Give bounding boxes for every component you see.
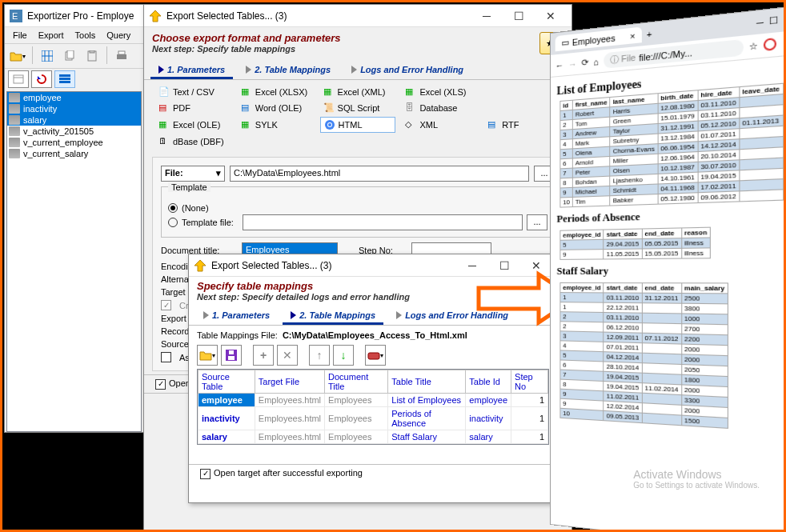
new-tab-button[interactable]: + (647, 29, 652, 39)
close-button[interactable]: ✕ (520, 254, 552, 277)
menu-icon[interactable]: ⋮ (782, 37, 786, 50)
radio-none[interactable]: (None) (168, 203, 547, 213)
home-icon[interactable]: ⌂ (593, 57, 599, 67)
open-target-check[interactable] (155, 379, 166, 390)
svg-rect-12 (14, 75, 23, 83)
tab-mappings[interactable]: 2. Table Mappings (238, 62, 339, 79)
fmt-sql[interactable]: 📜SQL Script (320, 101, 396, 115)
tree-item-v-activity[interactable]: v_activity_201505 (7, 126, 141, 137)
chevron-down-icon[interactable]: ▾ (216, 168, 221, 179)
excel-icon: ▦ (405, 86, 416, 98)
database-icon: 🗄 (405, 102, 416, 114)
open-target-check[interactable] (200, 469, 211, 479)
tree-item-salary[interactable]: salary (7, 114, 141, 126)
h2-absence: Periods of Absence (557, 206, 786, 226)
tab-logs[interactable]: Logs and Error Handling (343, 62, 471, 79)
extension-icon[interactable] (764, 38, 776, 53)
fmt-word[interactable]: ▤Word (OLE) (238, 101, 314, 115)
dialog2-titlebar[interactable]: Export Selected Tables... (3) ─ ☐ ✕ (189, 254, 557, 277)
radio-template-file[interactable]: Template file:... (168, 214, 547, 230)
copy-button[interactable] (60, 46, 79, 66)
minimize-button[interactable]: ─ (756, 17, 764, 28)
table-tree[interactable]: employee inactivity salary v_activity_20… (6, 91, 142, 432)
close-button[interactable]: ✕ (535, 5, 567, 27)
svg-rect-15 (59, 78, 70, 80)
open-folder-button[interactable]: ▾ (8, 46, 27, 66)
main-toolbar: ▾ (5, 43, 143, 69)
browse-template-button[interactable]: ... (527, 214, 547, 230)
move-down-button[interactable]: ↓ (333, 345, 354, 366)
reload-icon[interactable]: ⟳ (582, 57, 589, 68)
maximize-button[interactable]: ☐ (503, 5, 535, 27)
fmt-rtf[interactable]: ▤RTF (484, 117, 560, 133)
tree-item-inactivity[interactable]: inactivity (7, 103, 141, 114)
file-input[interactable]: C:\MyData\Employees.html (230, 166, 529, 182)
menu-tools[interactable]: Tools (70, 29, 101, 42)
tab-logs[interactable]: Logs and Error Handling (388, 308, 516, 325)
maximize-button[interactable]: ☐ (769, 14, 779, 27)
sql-icon: 📜 (323, 102, 335, 114)
menu-export[interactable]: Export (34, 29, 69, 42)
menu-query[interactable]: Query (102, 29, 135, 42)
forward-icon[interactable]: → (568, 58, 577, 69)
dialog1-titlebar[interactable]: Export Selected Tables... (3) ─ ☐ ✕ (144, 5, 571, 27)
fmt-sylk[interactable]: ▦SYLK (238, 117, 314, 133)
calendar-icon: 🗓 (158, 136, 170, 147)
save-mapping-button[interactable] (221, 345, 242, 366)
tab-parameters[interactable]: 1. Parameters (195, 308, 278, 325)
minimize-button[interactable]: ─ (456, 254, 488, 277)
add-row-button[interactable]: + (253, 345, 274, 366)
map-file-value: C:\MyData\Employees_Access_To_Html.xml (283, 330, 467, 340)
fmt-html[interactable]: HTML (320, 117, 396, 133)
table-icon (9, 149, 20, 158)
fmt-excelxml[interactable]: ▦Excel (XML) (320, 85, 396, 99)
dialog1-tabbar: 1. Parameters 2. Table Mappings Logs and… (144, 59, 571, 79)
fmt-db[interactable]: 🗄Database (402, 101, 478, 115)
close-tab-icon[interactable]: × (630, 30, 636, 41)
table-row[interactable]: employee Employees.html Employees List o… (199, 394, 548, 407)
fmt-xls[interactable]: ▦Excel (XLS) (402, 85, 478, 99)
open-mapping-button[interactable]: ▾ (197, 345, 218, 366)
arrow-icon (351, 66, 357, 74)
tab-parameters[interactable]: 1. Parameters (150, 62, 233, 79)
format-bar: 📄Text / CSV ▦Excel (XLSX) ▦Excel (XML) ▦… (144, 80, 571, 154)
star-icon[interactable]: ☆ (749, 40, 758, 52)
tree-mode-1[interactable] (8, 70, 29, 88)
target-button[interactable]: ▾ (365, 345, 386, 366)
table-row[interactable]: salary Employees.html Employees Staff Sa… (199, 430, 548, 444)
table-icon (9, 138, 20, 147)
move-up-button[interactable]: ↑ (309, 345, 330, 366)
fmt-pdf[interactable]: ▤PDF (155, 101, 231, 115)
svg-marker-17 (150, 10, 161, 22)
fmt-excelole[interactable]: ▦Excel (OLE) (155, 117, 231, 133)
maximize-button[interactable]: ☐ (488, 254, 520, 277)
table-row[interactable]: inactivity Employees.html Employees Peri… (199, 407, 548, 430)
fmt-dbf[interactable]: 🗓dBase (DBF) (155, 134, 231, 149)
main-titlebar[interactable]: E Exportizer Pro - Employe (5, 5, 143, 27)
tree-mode-3[interactable] (54, 70, 75, 88)
table-icon (9, 126, 20, 136)
back-icon[interactable]: ← (555, 60, 564, 70)
map-file-label: Table Mappings File: (197, 330, 278, 340)
grid-button[interactable] (38, 46, 57, 66)
dialog1-title: Export Selected Tables... (3) (166, 10, 471, 22)
fmt-text[interactable]: 📄Text / CSV (155, 85, 231, 99)
tree-item-employee[interactable]: employee (7, 92, 141, 103)
dialog2-title: Export Selected Tables... (3) (211, 260, 456, 271)
tree-item-v-cur-sal[interactable]: v_current_salary (7, 148, 141, 159)
table-icon (9, 93, 20, 102)
xml-icon: ◇ (405, 119, 416, 130)
employees-table: idfirst_namelast_namebirth_datehire_date… (559, 83, 783, 208)
fmt-xlsx[interactable]: ▦Excel (XLSX) (238, 85, 314, 99)
minimize-button[interactable]: ─ (471, 5, 503, 27)
tab-mappings[interactable]: 2. Table Mappings (283, 308, 383, 325)
fmt-xml[interactable]: ◇XML (402, 117, 478, 133)
menu-file[interactable]: File (8, 29, 32, 42)
arrow-icon (158, 66, 164, 74)
mapping-grid[interactable]: Source Table Target File Document Title … (197, 369, 549, 445)
tree-item-v-cur-emp[interactable]: v_current_employee (7, 137, 141, 148)
delete-row-button[interactable]: ✕ (277, 345, 298, 366)
print-button[interactable] (112, 46, 131, 66)
tree-refresh[interactable] (31, 70, 52, 88)
paste-button[interactable] (82, 46, 102, 66)
